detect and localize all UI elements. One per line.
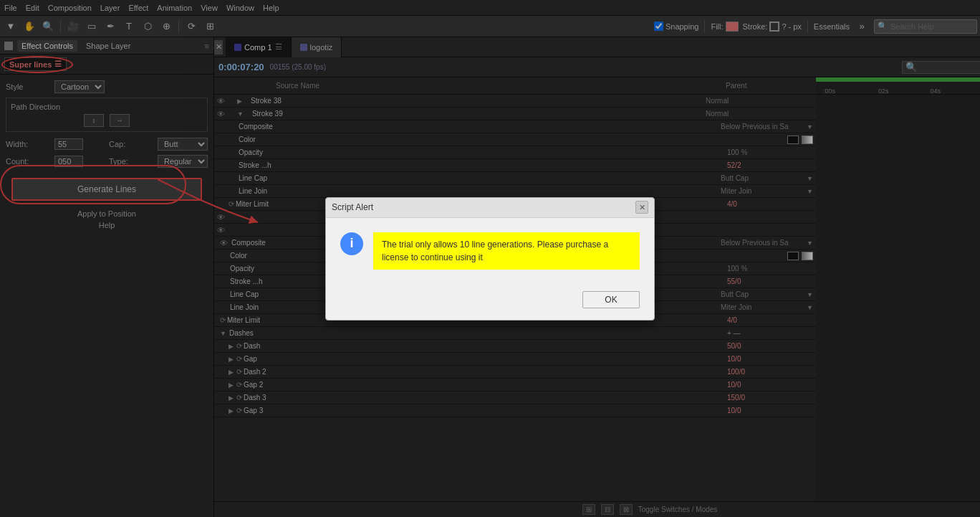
dialog-info-icon: i: [340, 232, 363, 255]
script-alert-dialog: Script Alert ✕ i The trial only allows 1…: [325, 197, 655, 321]
dialog-body: i The trial only allows 10 line generati…: [326, 218, 654, 284]
dialog-overlay: Script Alert ✕ i The trial only allows 1…: [0, 0, 980, 517]
dialog-ok-button[interactable]: OK: [582, 291, 640, 308]
dialog-footer: OK: [326, 284, 654, 320]
dialog-title: Script Alert: [332, 202, 635, 212]
dialog-close-button[interactable]: ✕: [635, 201, 648, 214]
dialog-message: The trial only allows 10 line generation…: [373, 232, 640, 270]
dialog-title-bar: Script Alert ✕: [326, 198, 654, 218]
